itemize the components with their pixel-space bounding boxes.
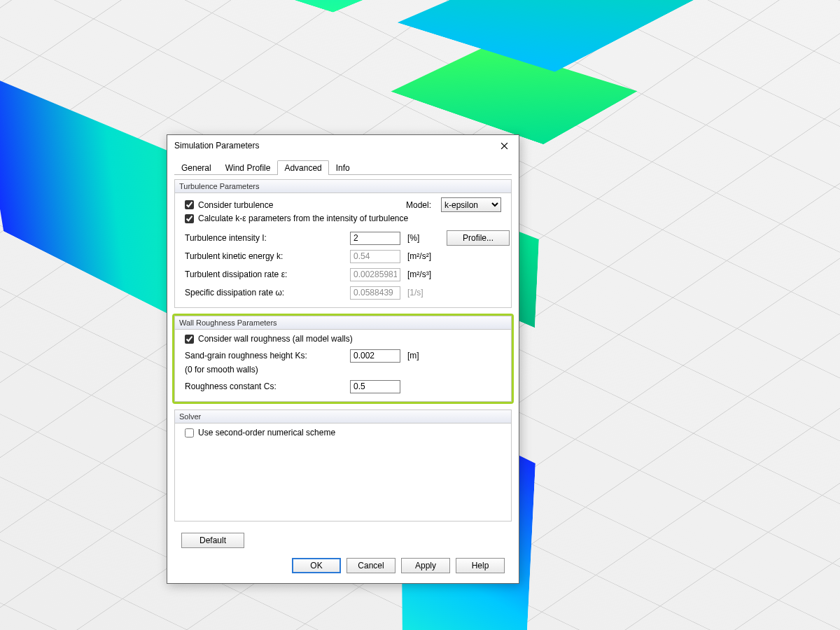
apply-button[interactable]: Apply (401, 558, 450, 573)
eps-input (350, 268, 400, 281)
consider-turbulence-label: Consider turbulence (198, 200, 273, 210)
calc-keps-checkbox[interactable]: Calculate k-ε parameters from the intens… (175, 212, 511, 225)
calc-keps-label: Calculate k-ε parameters from the intens… (198, 214, 408, 223)
ok-button[interactable]: OK (292, 558, 341, 573)
omega-unit: [1/s] (407, 288, 442, 298)
cs-label: Roughness constant Cs: (185, 382, 346, 391)
group-solver: Solver Use second-order numerical scheme (174, 410, 512, 522)
close-button[interactable] (495, 139, 513, 153)
dialog-title: Simulation Parameters (174, 141, 259, 150)
omega-input (350, 286, 400, 300)
eps-label: Turbulent dissipation rate ε: (185, 270, 346, 279)
dialog-titlebar[interactable]: Simulation Parameters (167, 135, 519, 156)
group-turbulence: Turbulence Parameters Consider turbulenc… (174, 179, 512, 308)
intensity-input[interactable] (350, 232, 400, 245)
ks-input[interactable] (350, 349, 400, 363)
group-solver-header: Solver (175, 410, 511, 424)
tabstrip: General Wind Profile Advanced Info (174, 159, 512, 175)
group-wall-header: Wall Roughness Parameters (175, 316, 511, 330)
second-order-checkbox[interactable]: Use second-order numerical scheme (175, 424, 511, 439)
model-label: Model: (406, 200, 431, 210)
cs-input[interactable] (350, 380, 400, 393)
omega-label: Specific dissipation rate ω: (185, 288, 346, 298)
help-button[interactable]: Help (456, 558, 505, 573)
group-turbulence-header: Turbulence Parameters (175, 180, 511, 193)
second-order-input[interactable] (185, 428, 194, 438)
simulation-parameters-dialog: Simulation Parameters General Wind Profi… (167, 134, 519, 584)
consider-wall-roughness-input[interactable] (185, 335, 194, 344)
eps-unit: [m²/s³] (407, 270, 442, 279)
group-wall-roughness: Wall Roughness Parameters Consider wall … (174, 316, 512, 402)
intensity-label: Turbulence intensity I: (185, 233, 346, 243)
default-button[interactable]: Default (181, 533, 244, 548)
k-unit: [m²/s²] (407, 251, 442, 261)
ks-label: Sand-grain roughness height Ks: (185, 351, 346, 360)
intensity-unit: [%] (407, 233, 442, 243)
cancel-button[interactable]: Cancel (346, 558, 396, 573)
wall-roughness-highlight: Wall Roughness Parameters Consider wall … (172, 314, 514, 404)
ks-sublabel: (0 for smooth walls) (185, 365, 346, 374)
tab-info[interactable]: Info (329, 160, 357, 175)
consider-wall-roughness-checkbox[interactable]: Consider wall roughness (all model walls… (175, 330, 511, 345)
profile-button[interactable]: Profile... (447, 230, 510, 246)
tab-advanced[interactable]: Advanced (277, 160, 328, 175)
consider-wall-roughness-label: Consider wall roughness (all model walls… (198, 334, 353, 344)
consider-turbulence-input[interactable] (185, 200, 194, 209)
k-input (350, 250, 400, 263)
model-select[interactable]: k-epsilon (441, 197, 501, 212)
tab-wind-profile[interactable]: Wind Profile (218, 160, 278, 175)
k-label: Turbulent kinetic energy k: (185, 251, 346, 261)
consider-turbulence-checkbox[interactable]: Consider turbulence (185, 200, 273, 210)
calc-keps-input[interactable] (185, 214, 194, 223)
second-order-label: Use second-order numerical scheme (198, 428, 335, 438)
tab-general[interactable]: General (174, 160, 218, 175)
ks-unit: [m] (407, 351, 442, 360)
close-icon (500, 142, 508, 150)
